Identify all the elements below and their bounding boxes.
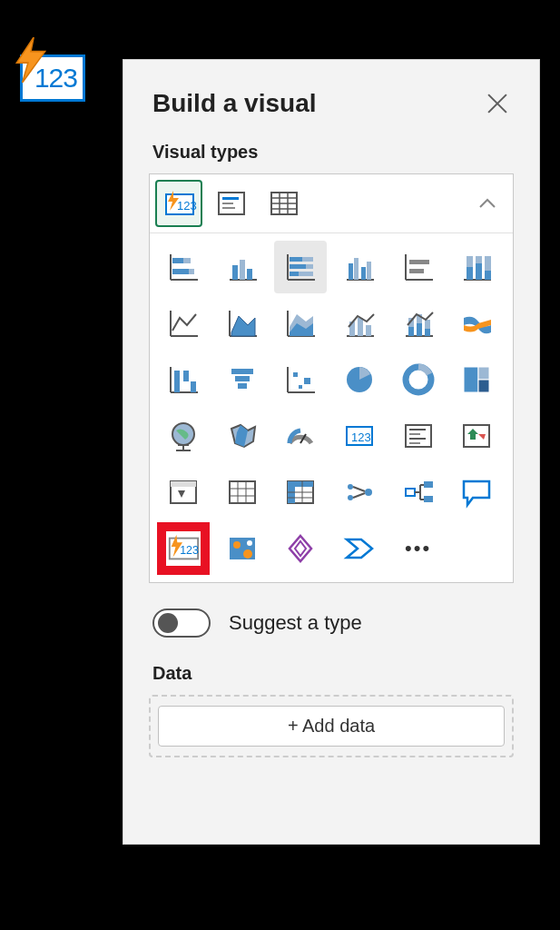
svg-text:123: 123 bbox=[351, 430, 371, 444]
map-icon[interactable] bbox=[157, 410, 210, 462]
scatter-icon[interactable] bbox=[274, 353, 327, 406]
svg-text:123: 123 bbox=[177, 199, 197, 213]
build-visual-panel: Build a visual Visual types 123 bbox=[123, 59, 540, 845]
svg-rect-91 bbox=[409, 438, 426, 440]
svg-rect-60 bbox=[417, 323, 422, 336]
svg-rect-79 bbox=[478, 367, 489, 380]
svg-rect-15 bbox=[183, 258, 191, 263]
clustered-column-icon[interactable] bbox=[333, 241, 386, 293]
smart-narrative-icon[interactable]: 123 bbox=[155, 180, 202, 227]
svg-rect-62 bbox=[425, 329, 430, 336]
powerapps-icon[interactable] bbox=[274, 522, 327, 575]
suggest-type-label: Suggest a type bbox=[229, 611, 362, 635]
data-drop-zone[interactable]: + Add data bbox=[149, 695, 514, 757]
waterfall-icon[interactable] bbox=[157, 353, 210, 406]
svg-rect-90 bbox=[409, 433, 420, 435]
close-button[interactable] bbox=[485, 91, 510, 116]
svg-point-124 bbox=[247, 540, 252, 546]
svg-rect-69 bbox=[235, 376, 250, 381]
svg-rect-14 bbox=[172, 258, 183, 263]
svg-rect-65 bbox=[174, 371, 180, 392]
svg-rect-89 bbox=[409, 429, 426, 430]
table-icon[interactable] bbox=[216, 466, 269, 519]
svg-line-111 bbox=[353, 493, 365, 498]
table-visual-icon[interactable] bbox=[260, 180, 308, 227]
line-chart-icon[interactable] bbox=[157, 297, 210, 350]
pie-chart-icon[interactable] bbox=[333, 353, 386, 406]
slicer-icon[interactable] bbox=[157, 466, 210, 519]
matrix-icon[interactable] bbox=[274, 466, 327, 519]
card-number-icon[interactable]: 123 bbox=[333, 410, 386, 462]
stacked-area-icon[interactable] bbox=[274, 297, 327, 350]
svg-rect-58 bbox=[408, 327, 414, 336]
panel-header: Build a visual bbox=[123, 60, 539, 129]
ellipsis-icon: ••• bbox=[405, 537, 431, 560]
add-data-label: + Add data bbox=[288, 716, 375, 736]
svg-line-110 bbox=[353, 487, 365, 491]
ribbon-chart-icon[interactable] bbox=[450, 297, 503, 350]
svg-rect-19 bbox=[232, 265, 238, 280]
svg-rect-80 bbox=[478, 380, 489, 392]
visual-types-box: 123 bbox=[149, 173, 514, 583]
collapse-caret[interactable] bbox=[467, 183, 507, 223]
stacked-column-icon[interactable] bbox=[392, 241, 445, 293]
card-visual-icon[interactable] bbox=[208, 180, 255, 227]
svg-rect-5 bbox=[222, 207, 235, 209]
svg-rect-112 bbox=[406, 489, 415, 496]
svg-rect-27 bbox=[290, 264, 306, 269]
svg-rect-41 bbox=[467, 267, 473, 280]
svg-point-108 bbox=[348, 495, 353, 500]
panel-title: Build a visual bbox=[152, 89, 317, 118]
more-visuals-icon[interactable]: ••• bbox=[392, 522, 445, 575]
svg-rect-92 bbox=[409, 442, 420, 444]
svg-text:123: 123 bbox=[180, 544, 199, 557]
recommended-visuals-row: 123 bbox=[150, 174, 513, 233]
smart-narrative-visual-icon[interactable]: 123 bbox=[157, 522, 210, 575]
svg-rect-38 bbox=[409, 269, 424, 273]
svg-rect-20 bbox=[240, 260, 245, 280]
suggest-type-toggle[interactable] bbox=[152, 608, 211, 638]
visual-grid: 123 bbox=[150, 233, 513, 582]
toggle-knob bbox=[158, 613, 178, 633]
treemap-icon[interactable] bbox=[450, 353, 503, 406]
qa-icon[interactable] bbox=[450, 466, 503, 519]
svg-point-109 bbox=[365, 489, 372, 496]
filled-map-icon[interactable] bbox=[216, 410, 269, 462]
svg-rect-16 bbox=[172, 269, 189, 274]
key-influencers-icon[interactable] bbox=[333, 466, 386, 519]
arcgis-map-icon[interactable] bbox=[216, 522, 269, 575]
donut-chart-icon[interactable] bbox=[392, 353, 445, 406]
svg-rect-78 bbox=[464, 367, 478, 392]
svg-rect-54 bbox=[358, 318, 363, 336]
clustered-bar-icon[interactable] bbox=[216, 241, 269, 293]
svg-rect-55 bbox=[366, 325, 371, 336]
area-chart-icon[interactable] bbox=[216, 297, 269, 350]
stacked-bar-100-icon[interactable] bbox=[274, 241, 327, 293]
chevron-up-icon bbox=[478, 198, 496, 209]
power-automate-icon[interactable] bbox=[333, 522, 386, 575]
line-stacked-column-icon[interactable] bbox=[392, 297, 445, 350]
svg-rect-73 bbox=[293, 372, 298, 377]
svg-rect-67 bbox=[191, 381, 196, 392]
svg-rect-43 bbox=[476, 263, 482, 280]
svg-rect-17 bbox=[189, 269, 194, 274]
svg-rect-25 bbox=[290, 257, 302, 262]
funnel-icon[interactable] bbox=[216, 353, 269, 406]
svg-rect-29 bbox=[290, 272, 299, 276]
add-data-button[interactable]: + Add data bbox=[158, 706, 505, 747]
kpi-icon[interactable] bbox=[450, 410, 503, 462]
svg-rect-93 bbox=[464, 425, 489, 447]
gauge-icon[interactable] bbox=[274, 410, 327, 462]
multi-row-card-icon[interactable] bbox=[392, 410, 445, 462]
visual-types-label: Visual types bbox=[152, 142, 510, 163]
svg-point-123 bbox=[243, 549, 252, 559]
decomposition-tree-icon[interactable] bbox=[392, 466, 445, 519]
svg-rect-32 bbox=[354, 258, 359, 280]
line-clustered-column-icon[interactable] bbox=[333, 297, 386, 350]
svg-rect-74 bbox=[304, 378, 310, 384]
stacked-bar-icon[interactable] bbox=[157, 241, 210, 293]
stacked-column-100-icon[interactable] bbox=[450, 241, 503, 293]
svg-rect-96 bbox=[230, 481, 255, 503]
data-section-label: Data bbox=[152, 663, 510, 684]
svg-rect-4 bbox=[222, 203, 233, 204]
